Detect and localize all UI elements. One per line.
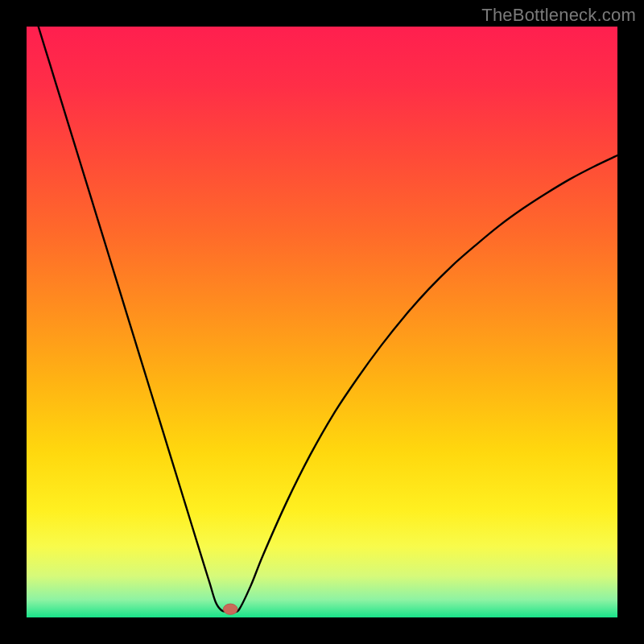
chart-frame: TheBottleneck.com — [0, 0, 644, 644]
plot-area — [27, 27, 617, 617]
chart-svg — [27, 27, 617, 617]
optimal-point-marker — [223, 604, 237, 614]
gradient-background — [27, 27, 617, 617]
watermark-text: TheBottleneck.com — [481, 5, 636, 26]
